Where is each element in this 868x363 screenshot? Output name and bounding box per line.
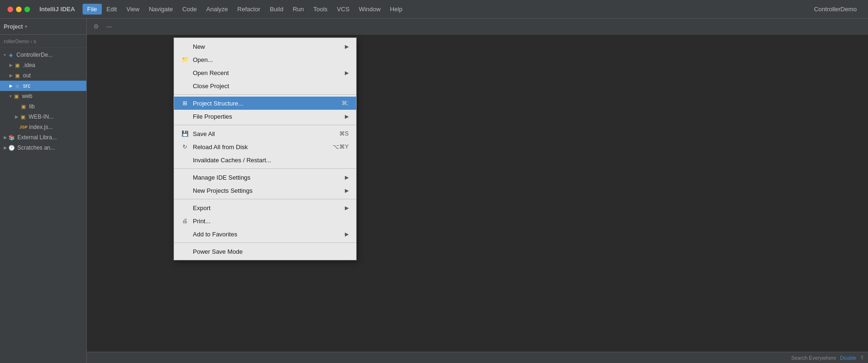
menu-item-label: Print... [193,218,211,225]
menu-item-label: Save All [193,130,215,137]
submenu-arrow-icon: ▶ [345,113,349,120]
expand-arrow-icon: ▶ [9,83,13,88]
menu-code[interactable]: Code [177,4,201,15]
menu-item-add-favorites[interactable]: Add to Favorites ▶ [174,227,356,241]
minimize-button[interactable] [16,7,22,12]
tree-item-label: .idea [23,62,35,68]
sidebar-header-label: Project [4,23,23,30]
tree-item-label: External Libra... [17,134,57,141]
menu-item-new-projects[interactable]: New Projects Settings ▶ [174,184,356,197]
close-button[interactable] [8,7,13,12]
tree-item-external-lib[interactable]: ▶ 📚 External Libra... [0,132,86,143]
menu-item-export[interactable]: Export ▶ [174,201,356,214]
search-everywhere-hint[interactable]: Double [840,355,856,361]
print-icon: 🖨 [181,218,189,224]
traffic-lights [4,7,34,12]
scratches-icon: 🕐 [8,144,15,151]
tree-item-scratches[interactable]: ▶ 🕐 Scratches an... [0,143,86,153]
folder-icon: ▣ [19,113,27,121]
sidebar-dropdown-icon[interactable]: ▾ [25,24,27,29]
menu-help[interactable]: Help [385,4,407,15]
menu-run[interactable]: Run [288,4,309,15]
menu-item-label: File Properties [193,113,232,120]
submenu-arrow-icon: ▶ [345,205,349,211]
tree-item-label: ControllerDe... [16,52,53,58]
project-structure-shortcut: ⌘; [332,100,349,106]
gear-button[interactable]: ⚙ [91,21,102,32]
file-jsp-icon: JSP [20,123,27,131]
folder-icon: ▣ [14,72,21,79]
expand-arrow-icon: ▶ [15,114,18,119]
tree-item-out[interactable]: ▶ ▣ out [0,70,86,81]
expand-arrow-icon: ▾ [9,94,12,98]
menu-item-manage-ide[interactable]: Manage IDE Settings ▶ [174,171,356,184]
menu-item-label: Invalidate Caches / Restart... [193,157,271,164]
expand-arrow-icon: ▶ [4,135,7,140]
minimize-panel-button[interactable]: — [104,21,115,32]
menu-item-power-save[interactable]: Power Save Mode [174,245,356,258]
menu-vcs[interactable]: VCS [332,4,354,15]
external-lib-icon: 📚 [8,134,15,141]
menu-analyze[interactable]: Analyze [202,4,233,15]
menu-item-invalidate-caches[interactable]: Invalidate Caches / Restart... [174,153,356,166]
menu-item-label: Project Structure... [193,100,244,107]
sidebar: Project ▾ rollerDemo › s ▾ ◈ ControllerD… [0,19,87,363]
tree-item-label: WEB-IN... [29,113,53,120]
menu-navigate[interactable]: Navigate [144,4,177,15]
menu-view[interactable]: View [122,4,144,15]
menubar: IntelliJ IDEA File Edit View Navigate Co… [0,0,868,19]
tree-item-index-js[interactable]: JSP index.js... [0,122,86,132]
tree-item-label: src [23,83,30,89]
tree-item-controllerDemo[interactable]: ▾ ◈ ControllerDe... [0,50,86,60]
submenu-arrow-icon: ▶ [345,70,349,76]
menu-build[interactable]: Build [265,4,288,15]
menu-item-reload-all[interactable]: ↻ Reload All from Disk ⌥⌘Y [174,140,356,153]
tree-item-src[interactable]: ▶ ▣ src [0,81,86,91]
submenu-arrow-icon: ▶ [345,44,349,50]
separator-2 [174,125,356,125]
app-brand: IntelliJ IDEA [34,6,81,13]
menu-item-label: Reload All from Disk [193,144,248,151]
menu-item-label: Close Project [193,83,229,90]
menu-item-open-recent[interactable]: Open Recent ▶ [174,66,356,79]
menu-item-close-project[interactable]: Close Project [174,79,356,92]
menu-item-label: Open... [193,56,213,63]
sidebar-header: Project ▾ [0,19,86,35]
search-everywhere-label: Search Everywhere [791,355,836,361]
project-structure-icon: ⊞ [181,100,189,106]
menu-item-label: Export [193,204,211,212]
folder-blue-icon: ▣ [14,82,21,90]
menu-tools[interactable]: Tools [309,4,332,15]
expand-arrow-icon: ▾ [4,53,6,57]
reload-shortcut: ⌥⌘Y [323,144,349,150]
tree-item-label: web [22,93,32,99]
tree-item-idea[interactable]: ▶ ▣ .idea [0,60,86,70]
folder-open-icon: 📁 [181,56,189,63]
tree-item-label: out [23,72,31,79]
menu-item-project-structure[interactable]: ⊞ Project Structure... ⌘; [174,97,356,110]
status-bar: Search Everywhere Double ⇧ [87,352,868,363]
breadcrumb-text: rollerDemo › s [4,38,36,44]
content-area: ⚙ — New ▶ 📁 Open... Open Recent ▶ Close [87,19,868,363]
status-bar-right: Search Everywhere Double ⇧ [791,355,864,361]
tree-item-web-inf[interactable]: ▶ ▣ WEB-IN... [0,112,86,122]
menu-item-open[interactable]: 📁 Open... [174,53,356,66]
menu-edit[interactable]: Edit [102,4,122,15]
menu-file[interactable]: File [83,4,102,15]
menu-item-print[interactable]: 🖨 Print... [174,214,356,227]
expand-arrow-icon: ▶ [4,145,7,150]
project-tree: ▾ ◈ ControllerDe... ▶ ▣ .idea ▶ ▣ out ▶ … [0,48,86,363]
maximize-button[interactable] [24,7,30,12]
menu-window[interactable]: Window [354,4,385,15]
menu-item-new[interactable]: New ▶ [174,40,356,53]
expand-arrow-icon: ▶ [9,63,13,68]
tree-item-label: Scratches an... [17,144,55,151]
menu-item-save-all[interactable]: 💾 Save All ⌘S [174,127,356,140]
menu-item-file-properties[interactable]: File Properties ▶ [174,110,356,123]
project-icon: ◈ [7,51,15,59]
tree-item-web[interactable]: ▾ ▣ web [0,91,86,101]
menu-refactor[interactable]: Refactor [233,4,265,15]
tree-item-lib[interactable]: ▣ lib [0,101,86,112]
reload-icon: ↻ [181,144,189,150]
separator-3 [174,168,356,169]
